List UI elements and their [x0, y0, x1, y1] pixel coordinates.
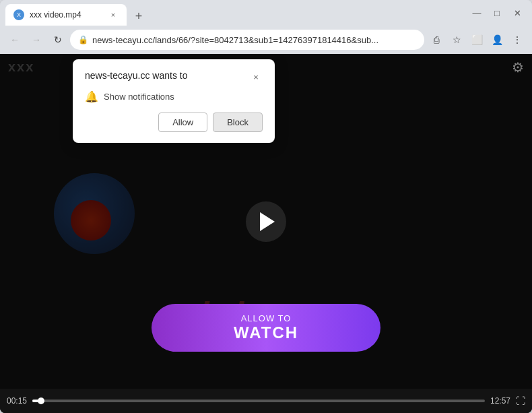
reload-button[interactable]: ↻: [48, 30, 67, 49]
menu-icon[interactable]: ⋮: [508, 30, 527, 49]
video-controls: 00:15 12:57 ⛶: [0, 389, 532, 413]
video-main: xxx risk.com ⚙ ALLOW TO WATCH news-tecay…: [0, 54, 532, 389]
title-bar-controls: — □ ✕: [467, 3, 527, 22]
close-button[interactable]: ✕: [508, 3, 527, 22]
toolbar-actions: ⎙ ☆ ⬜ 👤 ⋮: [427, 30, 527, 49]
progress-dot: [38, 398, 44, 404]
extension-icon[interactable]: ⬜: [467, 30, 486, 49]
back-button[interactable]: ←: [5, 30, 24, 49]
popup-notification-row: 🔔 Show notifications: [85, 90, 263, 103]
popup-title: news-tecayu.cc wants to: [85, 70, 188, 81]
allow-watch-main-text: WATCH: [192, 323, 340, 342]
allow-watch-button[interactable]: ALLOW TO WATCH: [152, 304, 380, 352]
notification-label: Show notifications: [104, 92, 174, 102]
popup-close-button[interactable]: ×: [249, 70, 263, 84]
watermark-xxx: xxx: [8, 59, 34, 75]
content-area: xxx risk.com ⚙ ALLOW TO WATCH news-tecay…: [0, 54, 532, 413]
bookmark-icon[interactable]: ☆: [447, 30, 466, 49]
video-player: xxx risk.com ⚙ ALLOW TO WATCH news-tecay…: [0, 54, 532, 413]
play-button[interactable]: [246, 201, 286, 242]
forward-button[interactable]: →: [27, 30, 46, 49]
title-bar: X xxx video.mp4 × + — □ ✕: [0, 0, 532, 26]
address-bar[interactable]: 🔒 news-tecayu.cc/lands/66/?site=8042713&…: [70, 30, 424, 50]
tab-favicon: X: [13, 9, 24, 20]
active-tab[interactable]: X xxx video.mp4 ×: [5, 4, 127, 26]
share-icon[interactable]: ⎙: [427, 30, 446, 49]
bg-decoration: [54, 173, 135, 254]
fullscreen-icon[interactable]: ⛶: [516, 395, 525, 406]
bell-icon: 🔔: [85, 90, 98, 103]
maximize-button[interactable]: □: [488, 3, 506, 22]
browser-window: X xxx video.mp4 × + — □ ✕ ← → ↻ 🔒 news-t…: [0, 0, 532, 413]
allow-watch-top-text: ALLOW TO: [192, 313, 340, 323]
allow-button[interactable]: Allow: [158, 113, 207, 132]
total-time: 12:57: [490, 396, 510, 406]
progress-bar[interactable]: [32, 400, 485, 402]
profile-icon[interactable]: 👤: [488, 30, 506, 49]
toolbar: ← → ↻ 🔒 news-tecayu.cc/lands/66/?site=80…: [0, 26, 532, 54]
new-tab-button[interactable]: +: [129, 7, 148, 26]
block-button[interactable]: Block: [213, 113, 263, 132]
tab-close-button[interactable]: ×: [108, 9, 119, 20]
popup-buttons: Allow Block: [85, 113, 263, 132]
tab-bar: X xxx video.mp4 × +: [5, 0, 467, 26]
tab-title: xxx video.mp4: [30, 10, 102, 20]
play-icon: [260, 212, 275, 231]
settings-icon[interactable]: ⚙: [512, 59, 524, 75]
minimize-button[interactable]: —: [467, 3, 486, 22]
popup-header: news-tecayu.cc wants to ×: [85, 70, 263, 84]
notification-popup: news-tecayu.cc wants to × 🔔 Show notific…: [73, 59, 275, 143]
lock-icon: 🔒: [78, 35, 88, 44]
bg-circle-inner: [71, 200, 111, 241]
address-text: news-tecayu.cc/lands/66/?site=8042713&su…: [92, 35, 416, 45]
current-time: 00:15: [7, 396, 27, 406]
